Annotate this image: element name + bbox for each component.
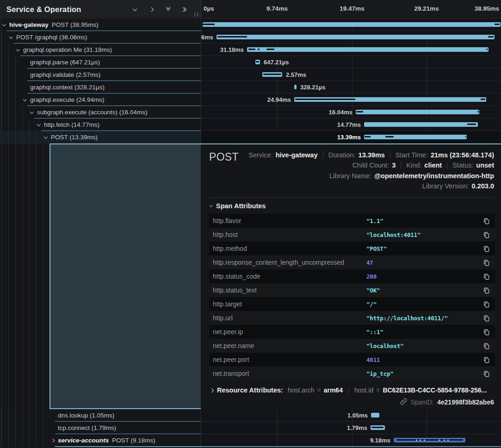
- timeline-row[interactable]: 1.05ms: [201, 409, 501, 422]
- chevron-down-icon[interactable]: [31, 111, 37, 114]
- resource-value: BC62E13B-C4CC-5854-9788-256...: [383, 386, 487, 394]
- indent-guides: [0, 434, 44, 447]
- span-bar[interactable]: [394, 438, 465, 442]
- collapse-one-icon[interactable]: [131, 6, 138, 12]
- child-span-mark: [263, 74, 281, 75]
- duration-label: 14.77ms: [337, 121, 361, 128]
- meta-line: Library Version:0.203.0: [239, 181, 494, 192]
- copy-icon[interactable]: [482, 370, 490, 377]
- indent-guides: [0, 422, 44, 434]
- attribute-row: net.transport"ip_tcp": [209, 367, 495, 380]
- indent-guides: [0, 409, 44, 422]
- span-row[interactable]: graphql.validate (2.57ms): [0, 68, 201, 81]
- span-row[interactable]: subgraph.execute (accounts) (16.04ms): [0, 106, 201, 118]
- copy-icon[interactable]: [482, 315, 490, 322]
- timeline-row[interactable]: 6ms: [201, 31, 501, 44]
- child-span-mark: [467, 124, 476, 125]
- meta-line: Service:hive-gatewayDuration:13.39msStar…: [239, 150, 494, 160]
- copy-icon[interactable]: [482, 245, 490, 252]
- timeline-row[interactable]: 14.77ms: [201, 118, 501, 131]
- span-bar[interactable]: [294, 85, 297, 89]
- span-bar[interactable]: [294, 97, 486, 102]
- child-span-mark: [258, 49, 260, 50]
- span-bar[interactable]: [203, 22, 501, 27]
- timeline-row[interactable]: 31.18ms: [201, 44, 501, 56]
- span-row[interactable]: hive-gatewayPOST (38.95ms): [0, 19, 201, 31]
- meta-value: unset: [476, 162, 494, 169]
- span-row[interactable]: graphql.execute (24.94ms): [0, 93, 201, 106]
- panel-resize-grip[interactable]: [195, 12, 198, 17]
- expand-one-icon[interactable]: [148, 6, 155, 12]
- span-bar[interactable]: [364, 135, 467, 139]
- span-bar[interactable]: [262, 72, 282, 77]
- chevron-right-icon[interactable]: [51, 439, 58, 442]
- link-icon[interactable]: [400, 398, 407, 406]
- attribute-value: "POST": [366, 245, 482, 252]
- child-span-mark: [295, 99, 355, 100]
- span-row[interactable]: http.fetch (14.77ms): [0, 118, 201, 131]
- span-row[interactable]: dns.lookup (1.05ms): [0, 409, 201, 422]
- span-bar[interactable]: [371, 413, 379, 417]
- chevron-right-icon: [210, 388, 214, 392]
- span-row[interactable]: POST (13.39ms): [0, 131, 201, 143]
- span-title: POST: [209, 150, 239, 191]
- span-row[interactable]: service-accountsPOST (9.18ms): [0, 434, 201, 447]
- span-row[interactable]: graphql.operation Me (31.18ms): [0, 44, 201, 56]
- timeline-row[interactable]: 2.57ms: [201, 68, 501, 81]
- copy-icon[interactable]: [482, 231, 490, 238]
- attribute-value: "OK": [366, 287, 482, 294]
- duration-label: 1.79ms: [347, 424, 367, 431]
- timeline-row[interactable]: 13.39ms: [201, 131, 501, 143]
- timeline-row[interactable]: [201, 19, 501, 31]
- timeline-row[interactable]: 1.79ms: [201, 422, 501, 434]
- copy-icon[interactable]: [482, 356, 490, 363]
- span-bar[interactable]: [364, 122, 478, 127]
- span-id-value: 4e21998f3b82abe6: [437, 398, 494, 406]
- chevron-down-icon[interactable]: [24, 99, 30, 101]
- copy-icon[interactable]: [482, 329, 490, 336]
- copy-icon[interactable]: [482, 287, 490, 294]
- span-row[interactable]: POST /graphql (36.06ms): [0, 31, 201, 44]
- attribute-key: http.url: [213, 314, 366, 322]
- chevron-down-icon[interactable]: [3, 24, 9, 26]
- indent-guides: [0, 81, 16, 93]
- chevron-down-icon[interactable]: [44, 136, 51, 139]
- span-bar[interactable]: [247, 47, 489, 52]
- meta-label: Duration:: [328, 151, 356, 159]
- copy-icon[interactable]: [482, 259, 490, 266]
- span-row[interactable]: graphql.context (328.21µs): [0, 81, 201, 93]
- expand-all-icon[interactable]: [181, 6, 188, 12]
- timeline-row[interactable]: 16.04ms: [201, 106, 501, 118]
- span-bar[interactable]: [216, 35, 495, 39]
- copy-icon[interactable]: [482, 218, 490, 224]
- resource-attributes-row[interactable]: Resource Attributes: host.arch = arm64 h…: [210, 386, 494, 394]
- chevron-down-icon[interactable]: [10, 36, 16, 39]
- timeline-row[interactable]: 24.94ms: [201, 93, 501, 106]
- copy-icon[interactable]: [482, 342, 490, 349]
- span-bar[interactable]: [255, 60, 260, 64]
- timeline-row[interactable]: 9.18ms: [201, 434, 501, 447]
- event-dot: [439, 440, 440, 441]
- child-span-mark: [385, 136, 394, 137]
- span-bar[interactable]: [371, 425, 385, 430]
- chevron-down-icon[interactable]: [17, 49, 23, 51]
- chevron-down-icon[interactable]: [37, 124, 44, 126]
- timeline-row[interactable]: 328.21µs: [201, 81, 501, 93]
- copy-icon[interactable]: [482, 301, 490, 308]
- child-span-mark: [248, 49, 255, 50]
- copy-icon[interactable]: [482, 273, 490, 280]
- tick-label: 38.95ms: [475, 5, 499, 12]
- meta-label: Child Count:: [352, 162, 389, 169]
- span-bar[interactable]: [356, 110, 479, 114]
- duration-label: 647.21µs: [264, 59, 289, 66]
- span-row[interactable]: graphql.parse (647.21µs): [0, 56, 201, 68]
- child-span-mark: [356, 111, 363, 112]
- span-attributes-toggle[interactable]: Span Attributes: [210, 202, 494, 210]
- indent-guides: [0, 131, 37, 143]
- span-row[interactable]: tcp.connect (1.79ms): [0, 422, 201, 434]
- duration-label: 16.04ms: [329, 109, 353, 116]
- operation-name: graphql.validate (2.57ms): [30, 71, 100, 78]
- collapse-all-icon[interactable]: [165, 6, 171, 12]
- attribute-value: "ip_tcp": [366, 370, 482, 377]
- timeline-row[interactable]: 647.21µs: [201, 56, 501, 68]
